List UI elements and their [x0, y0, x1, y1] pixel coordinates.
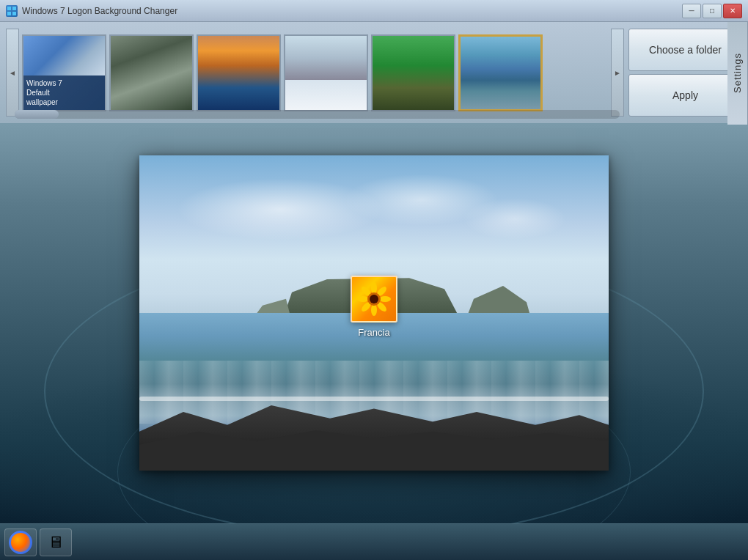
- main-window: Windows 7 Logon Background Changer ─ □ ✕…: [0, 0, 748, 560]
- app-icon: [6, 5, 18, 17]
- preview-clouds: [139, 172, 609, 266]
- thumbnail-scrollbar-thumb: [15, 110, 59, 119]
- thumbnail-default-bg: [23, 36, 105, 75]
- thumbnails-container: Windows 7 Default wallpaper: [19, 32, 611, 113]
- preview-rocks: [139, 392, 609, 471]
- thumbnail-coast[interactable]: [458, 34, 543, 111]
- thumbnail-default-label: Windows 7 Default wallpaper: [23, 75, 105, 110]
- window-controls: ─ □ ✕: [682, 4, 742, 18]
- apply-button[interactable]: Apply: [628, 74, 742, 117]
- svg-point-20: [370, 295, 378, 303]
- user-icon-container: Francia: [351, 276, 397, 338]
- title-bar: Windows 7 Logon Background Changer ─ □ ✕: [0, 0, 748, 22]
- scroll-right-icon: ►: [614, 69, 621, 77]
- thumbnail-elephant[interactable]: [109, 34, 194, 111]
- svg-point-11: [371, 282, 377, 294]
- svg-point-17: [357, 296, 369, 302]
- user-icon-image: [351, 276, 397, 323]
- svg-rect-1: [12, 7, 16, 10]
- thumbnail-green[interactable]: [371, 34, 455, 111]
- svg-rect-0: [7, 7, 11, 10]
- action-buttons: Choose a folder Apply: [628, 29, 742, 117]
- svg-rect-3: [12, 12, 16, 15]
- monitor-icon: 🖥: [48, 533, 64, 552]
- choose-folder-button[interactable]: Choose a folder: [628, 29, 742, 71]
- svg-point-15: [371, 304, 377, 316]
- svg-rect-2: [7, 12, 11, 15]
- preview-screen-inner: Francia: [139, 155, 609, 471]
- thumbnail-scrollbar[interactable]: [15, 110, 620, 119]
- preview-screen: Francia: [139, 155, 609, 471]
- thumbnail-snow[interactable]: [284, 34, 368, 111]
- taskbar: 🖥: [0, 523, 748, 560]
- scroll-left-button[interactable]: ◄: [6, 29, 19, 117]
- settings-tab[interactable]: Settings: [727, 22, 748, 125]
- settings-label: Settings: [732, 54, 743, 94]
- close-button[interactable]: ✕: [723, 4, 742, 18]
- scroll-left-icon: ◄: [9, 69, 16, 77]
- wave-foam: [139, 397, 609, 401]
- main-content: Francia: [0, 125, 748, 523]
- maximize-button[interactable]: □: [703, 4, 722, 18]
- svg-point-13: [379, 296, 391, 302]
- user-name-label: Francia: [358, 327, 389, 338]
- thumbnail-default[interactable]: Windows 7 Default wallpaper: [22, 34, 106, 111]
- minimize-button[interactable]: ─: [682, 4, 701, 18]
- monitor-button[interactable]: 🖥: [40, 528, 72, 556]
- thumbnail-scroll-area: Windows 7 Default wallpaper: [19, 29, 611, 117]
- toolbar: ◄ Windows 7 Default wallpaper: [0, 22, 748, 125]
- thumbnail-sunset[interactable]: [197, 34, 281, 111]
- window-title: Windows 7 Logon Background Changer: [22, 6, 682, 16]
- scroll-right-button[interactable]: ►: [611, 29, 624, 117]
- firefox-button[interactable]: [4, 528, 37, 556]
